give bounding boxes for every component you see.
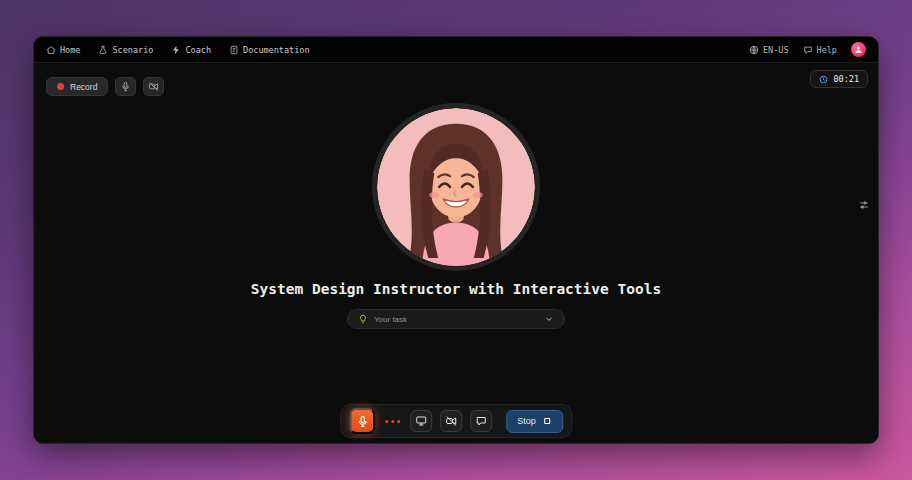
help-label: Help [817, 45, 837, 55]
page-title: System Design Instructor with Interactiv… [34, 281, 878, 297]
chevron-down-icon [544, 314, 554, 324]
lightning-icon [171, 45, 181, 55]
scenario-icon [98, 45, 108, 55]
camera-toggle-button[interactable] [143, 77, 164, 96]
app-window: Home Scenario Coach Documentation [33, 36, 879, 444]
session-toolbar: Record [46, 77, 164, 96]
monitor-icon [415, 415, 427, 427]
mic-toggle-button[interactable] [115, 77, 136, 96]
nav-item-scenario[interactable]: Scenario [98, 45, 153, 55]
nav-item-home[interactable]: Home [46, 45, 80, 55]
nav-item-coach[interactable]: Coach [171, 45, 211, 55]
nav-item-label: Documentation [243, 45, 310, 55]
instructor-illustration [377, 108, 535, 266]
top-nav: Home Scenario Coach Documentation [34, 37, 878, 63]
clock-icon [819, 75, 828, 84]
nav-left: Home Scenario Coach Documentation [46, 45, 310, 55]
screen-share-button[interactable] [410, 410, 432, 432]
chat-bubble-icon [803, 45, 813, 55]
stop-button[interactable]: Stop [506, 410, 563, 433]
call-control-bar: Stop [340, 404, 572, 438]
record-dot-icon [57, 83, 64, 90]
sliders-icon [858, 199, 870, 211]
nav-item-documentation[interactable]: Documentation [229, 45, 310, 55]
mic-icon [120, 81, 131, 92]
record-button[interactable]: Record [46, 77, 108, 96]
mic-active-button[interactable] [349, 408, 375, 434]
camera-off-icon [148, 81, 159, 92]
session-timer: 00:21 [810, 70, 868, 88]
task-dropdown[interactable]: Your task [347, 309, 565, 329]
nav-item-label: Home [60, 45, 80, 55]
chat-bubble-icon [475, 415, 487, 427]
camera-off-icon [445, 415, 457, 427]
language-selector[interactable]: EN-US [749, 45, 789, 55]
audio-level-indicator [383, 420, 402, 423]
mic-icon [356, 415, 369, 428]
stop-label: Stop [517, 416, 536, 426]
user-avatar[interactable] [851, 42, 866, 57]
record-label: Record [70, 82, 97, 92]
nav-item-label: Scenario [112, 45, 153, 55]
camera-off-button[interactable] [440, 410, 462, 432]
timer-value: 00:21 [833, 74, 859, 84]
home-icon [46, 45, 56, 55]
globe-icon [749, 45, 759, 55]
settings-panel-toggle[interactable] [856, 197, 872, 213]
nav-right: EN-US Help [749, 42, 866, 57]
help-button[interactable]: Help [803, 45, 837, 55]
lightbulb-icon [358, 314, 368, 324]
document-icon [229, 45, 239, 55]
language-label: EN-US [763, 45, 789, 55]
task-dropdown-label: Your task [374, 315, 538, 324]
instructor-avatar [372, 103, 540, 271]
stop-square-icon [542, 416, 552, 426]
nav-item-label: Coach [185, 45, 211, 55]
chat-button[interactable] [470, 410, 492, 432]
person-icon [854, 45, 863, 54]
